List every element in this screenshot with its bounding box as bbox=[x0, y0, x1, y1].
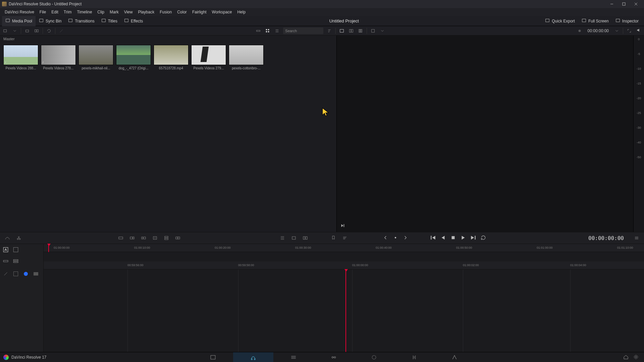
play-reverse-icon[interactable] bbox=[440, 235, 446, 241]
view-mode-b-icon[interactable] bbox=[348, 28, 355, 34]
dropdown-icon[interactable] bbox=[11, 28, 18, 34]
go-end-icon[interactable] bbox=[470, 235, 476, 241]
chevron-down-icon[interactable] bbox=[379, 28, 386, 34]
view-mode-c-icon[interactable] bbox=[357, 28, 364, 34]
import-media-icon[interactable] bbox=[2, 28, 9, 34]
tool-b-icon[interactable] bbox=[290, 234, 298, 242]
tab-sync-bin[interactable]: Sync Bin bbox=[36, 16, 65, 26]
page-media[interactable] bbox=[193, 352, 233, 362]
menu-help[interactable]: Help bbox=[234, 10, 248, 14]
tab-transitions[interactable]: Transitions bbox=[65, 16, 98, 26]
stop-icon[interactable] bbox=[450, 235, 456, 241]
place-on-top-icon[interactable] bbox=[162, 234, 170, 242]
menu-playback[interactable]: Playback bbox=[135, 10, 157, 14]
page-color[interactable] bbox=[354, 352, 394, 362]
menu-davinci-resolve[interactable]: DaVinci Resolve bbox=[2, 10, 37, 14]
menu-workspace[interactable]: Workspace bbox=[209, 10, 235, 14]
video-track-icon[interactable] bbox=[2, 257, 9, 265]
track-mode-b-icon[interactable] bbox=[12, 246, 19, 253]
sort-icon[interactable] bbox=[326, 28, 333, 34]
append-icon[interactable] bbox=[128, 234, 136, 242]
refresh-icon[interactable] bbox=[46, 28, 52, 34]
closeup-icon[interactable] bbox=[151, 234, 159, 242]
page-fusion[interactable] bbox=[314, 352, 354, 362]
loop-icon[interactable] bbox=[480, 235, 486, 241]
strip-view-icon[interactable] bbox=[255, 28, 262, 34]
timeline-menu-icon[interactable] bbox=[633, 234, 641, 242]
close-button[interactable] bbox=[630, 0, 642, 8]
clip-thumbnail[interactable]: ♪Pexels Videos 278... bbox=[41, 45, 76, 70]
viewer-panel[interactable] bbox=[337, 36, 633, 232]
playhead[interactable] bbox=[345, 269, 346, 352]
play-icon[interactable] bbox=[460, 235, 466, 241]
page-edit[interactable] bbox=[273, 352, 314, 362]
speaker-icon[interactable] bbox=[635, 27, 642, 33]
ripple-icon[interactable] bbox=[140, 234, 148, 242]
bin-icon[interactable] bbox=[24, 28, 31, 34]
timeline-tracks[interactable]: 01:00:00:0001:00:10:0001:00:20:0001:00:3… bbox=[44, 244, 644, 352]
bin-path[interactable]: Master bbox=[0, 36, 336, 43]
menu-mark[interactable]: Mark bbox=[107, 10, 121, 14]
menu-fairlight[interactable]: Fairlight bbox=[190, 10, 209, 14]
clip-thumbnail[interactable]: pexels-cottonbro-... bbox=[229, 45, 264, 70]
tab-effects[interactable]: Effects bbox=[121, 16, 146, 26]
tab-media-pool[interactable]: Media Pool bbox=[2, 16, 36, 26]
go-start-icon[interactable] bbox=[430, 235, 436, 241]
minimize-button[interactable] bbox=[606, 0, 618, 8]
thumbnail-view-icon[interactable] bbox=[264, 28, 271, 34]
flags-icon[interactable] bbox=[341, 234, 349, 242]
project-settings-icon[interactable] bbox=[633, 354, 639, 360]
marker-icon[interactable] bbox=[329, 234, 337, 242]
split-clip-icon[interactable] bbox=[15, 234, 23, 242]
page-cut[interactable] bbox=[233, 352, 273, 362]
clip-thumbnail[interactable]: ♪Pexels Videos 288... bbox=[3, 45, 38, 70]
edit-track-icon[interactable] bbox=[2, 270, 9, 278]
track-mode-a-icon[interactable] bbox=[2, 246, 9, 253]
tab-inspector[interactable]: Inspector bbox=[612, 16, 642, 26]
tc-menu-icon[interactable] bbox=[613, 28, 620, 34]
menu-edit[interactable]: Edit bbox=[49, 10, 61, 14]
menu-timeline[interactable]: Timeline bbox=[74, 10, 95, 14]
source-overwrite-icon[interactable] bbox=[174, 234, 182, 242]
track-color-icon[interactable] bbox=[32, 270, 40, 278]
tool-c-icon[interactable] bbox=[301, 234, 309, 242]
snap-icon[interactable] bbox=[12, 270, 19, 278]
bin-list-icon[interactable] bbox=[33, 28, 40, 34]
smart-insert-icon[interactable] bbox=[117, 234, 125, 242]
list-view-icon[interactable] bbox=[274, 28, 280, 34]
boring-detector-icon[interactable] bbox=[3, 234, 11, 242]
clip-thumbnail[interactable]: 657518728.mp4 bbox=[154, 45, 189, 70]
timeline-ruler-overview[interactable]: 01:00:00:0001:00:10:0001:00:20:0001:00:3… bbox=[44, 244, 644, 252]
expand-icon[interactable] bbox=[626, 28, 633, 34]
maximize-button[interactable] bbox=[618, 0, 630, 8]
clip-thumbnail[interactable]: pexels-mikhail-nil... bbox=[78, 45, 113, 70]
next-edit-icon[interactable] bbox=[402, 235, 409, 241]
menu-clip[interactable]: Clip bbox=[95, 10, 107, 14]
tool-a-icon[interactable] bbox=[278, 234, 286, 242]
clip-thumbnail[interactable]: ♪Pexels Videos 279... bbox=[191, 45, 226, 70]
tab-full-screen[interactable]: Full Screen bbox=[578, 16, 612, 26]
jog-dot-icon[interactable] bbox=[392, 235, 398, 241]
menu-file[interactable]: File bbox=[37, 10, 49, 14]
audio-track-icon[interactable] bbox=[12, 257, 19, 265]
overview-playhead[interactable] bbox=[48, 244, 49, 252]
menu-view[interactable]: View bbox=[121, 10, 136, 14]
menu-trim[interactable]: Trim bbox=[61, 10, 74, 14]
page-deliver[interactable] bbox=[434, 352, 475, 362]
prev-edit-icon[interactable] bbox=[382, 235, 388, 241]
view-mode-a-icon[interactable] bbox=[338, 28, 345, 34]
record-icon[interactable] bbox=[576, 28, 583, 34]
track-area[interactable] bbox=[44, 269, 644, 352]
page-fairlight[interactable] bbox=[394, 352, 434, 362]
menu-color[interactable]: Color bbox=[174, 10, 190, 14]
skip-end-icon[interactable] bbox=[340, 223, 345, 229]
marker-color-icon[interactable] bbox=[22, 270, 30, 278]
search-input[interactable]: Search bbox=[283, 27, 323, 34]
timeline-ruler-detail[interactable]: 00:59:56:0000:59:58:0001:00:00:0001:00:0… bbox=[44, 261, 644, 269]
home-icon[interactable] bbox=[623, 354, 629, 360]
tab-titles[interactable]: Titles bbox=[98, 16, 121, 26]
wand-icon[interactable] bbox=[58, 28, 65, 34]
tab-quick-export[interactable]: Quick Export bbox=[542, 16, 578, 26]
menu-fusion[interactable]: Fusion bbox=[157, 10, 174, 14]
clip-thumbnail[interactable]: dog_-_4727 (Origi... bbox=[116, 45, 151, 70]
